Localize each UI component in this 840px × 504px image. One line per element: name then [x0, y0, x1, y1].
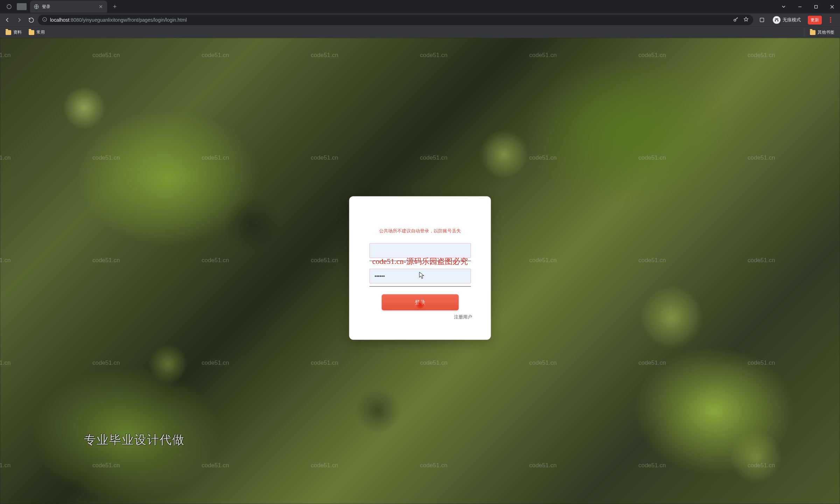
page-viewport: code51.cncode51.cncode51.cncode51.cncode… [0, 38, 840, 504]
incognito-indicator: 无痕模式 [771, 16, 803, 24]
field-underline [369, 286, 471, 287]
login-button[interactable]: 登录 [382, 294, 458, 310]
new-tab-button[interactable]: + [110, 2, 120, 12]
window-minimize-button[interactable] [792, 0, 808, 13]
svg-point-6 [830, 17, 831, 19]
back-button[interactable] [2, 15, 13, 25]
tab-placeholder-icon [17, 3, 27, 10]
forward-button[interactable] [14, 15, 24, 25]
window-controls [776, 0, 840, 13]
app-icon [4, 2, 14, 12]
svg-point-8 [830, 21, 831, 23]
svg-rect-5 [760, 18, 764, 22]
browser-tab[interactable]: 登录 [30, 1, 107, 13]
other-bookmarks[interactable]: 其他书签 [807, 28, 837, 37]
chevron-down-icon[interactable] [776, 0, 792, 13]
username-input[interactable] [369, 243, 471, 258]
reload-button[interactable] [26, 15, 36, 25]
bookmark-label: 常用 [36, 29, 45, 35]
login-card: 公共场所不建议自动登录，以防账号丢失 登录 注册用户 [349, 196, 491, 340]
update-button[interactable]: 更新 [808, 16, 822, 24]
folder-icon [6, 30, 11, 35]
password-input[interactable] [369, 269, 471, 284]
register-link[interactable]: 注册用户 [362, 314, 472, 320]
bookmark-folder[interactable]: 资料 [3, 28, 24, 37]
info-icon[interactable] [42, 17, 47, 23]
extensions-icon[interactable] [757, 15, 767, 25]
login-warning: 公共场所不建议自动登录，以防账号丢失 [362, 228, 478, 234]
star-icon[interactable] [743, 16, 749, 23]
globe-icon [34, 4, 39, 9]
svg-point-0 [7, 5, 11, 9]
page-caption: 专业毕业设计代做 [84, 432, 185, 448]
username-field [369, 243, 471, 261]
svg-point-7 [830, 19, 831, 21]
incognito-icon [773, 16, 780, 24]
bookmark-label: 资料 [13, 29, 22, 35]
menu-button[interactable] [825, 15, 836, 25]
bookmark-label: 其他书签 [818, 29, 834, 35]
bookmarks-bar: 资料 常用 其他书签 [0, 27, 840, 38]
window-close-button[interactable] [824, 0, 840, 13]
tab-close-icon[interactable] [98, 4, 104, 9]
url-text: localhost:8080/yinyueguanlixitongw/front… [50, 17, 187, 23]
password-field [369, 269, 471, 287]
address-bar: localhost:8080/yinyueguanlixitongw/front… [0, 13, 840, 27]
svg-rect-2 [814, 5, 817, 8]
key-icon[interactable] [733, 16, 739, 23]
window-maximize-button[interactable] [808, 0, 824, 13]
folder-icon [810, 30, 816, 35]
svg-point-4 [734, 19, 736, 21]
field-underline [369, 261, 471, 261]
tab-strip: 登录 + [0, 0, 840, 13]
bookmark-folder[interactable]: 常用 [26, 28, 48, 37]
url-input[interactable]: localhost:8080/yinyueguanlixitongw/front… [38, 15, 753, 25]
browser-window: 登录 + [0, 0, 840, 504]
extensions-area: 无痕模式 更新 [755, 15, 838, 25]
tab-title: 登录 [42, 4, 95, 10]
folder-icon [29, 30, 34, 35]
incognito-label: 无痕模式 [783, 17, 801, 23]
